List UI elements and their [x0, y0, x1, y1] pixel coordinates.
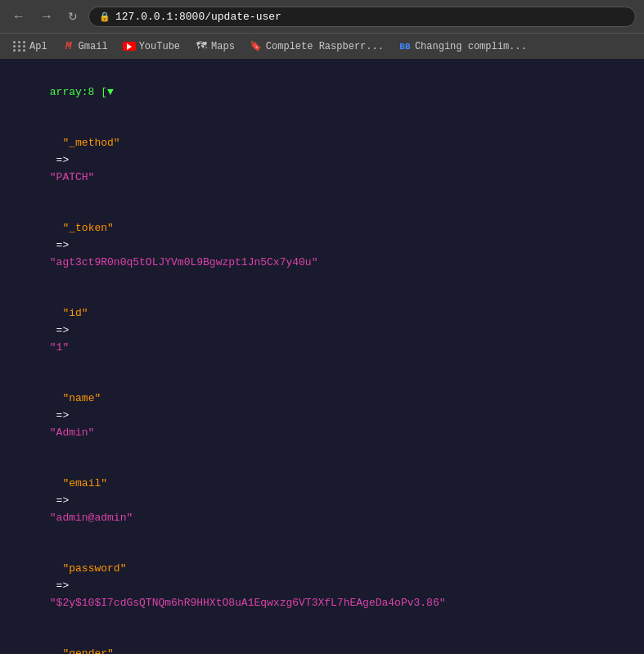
bookmark-icon: 🔖 — [250, 40, 263, 53]
gmail-icon: M — [62, 40, 75, 53]
array-label: array:8 [▼ — [50, 86, 114, 98]
back-button[interactable]: ← — [8, 7, 29, 25]
name-val: "Admin" — [50, 426, 95, 439]
bb-icon: BB — [399, 40, 412, 53]
email-val: "admin@admin" — [50, 512, 133, 524]
reload-button[interactable]: ↻ — [64, 8, 82, 25]
address-bar[interactable]: 🔒 127.0.0.1:8000/update-user — [88, 7, 636, 27]
name-line: "name" => "Admin" — [11, 373, 633, 458]
lock-icon: 🔒 — [99, 11, 110, 22]
method-val: "PATCH" — [50, 171, 95, 183]
bookmark-apl-label: Apl — [29, 41, 47, 52]
bookmark-complim-label: Changing complim... — [415, 41, 527, 52]
bookmark-maps[interactable]: 🗺 Maps — [188, 38, 241, 55]
email-line: "email" => "admin@admin" — [11, 458, 633, 543]
token-key: "_token" — [62, 222, 113, 234]
method-line: "_method" => "PATCH" — [11, 118, 633, 203]
password-val: "$2y$10$I7cdGsQTNQm6hR9HHXtO8uA1Eqwxzg6V… — [50, 597, 446, 609]
url-text: 127.0.0.1:8000/update-user — [115, 11, 281, 23]
gender-line: "gender" => "L" — [11, 629, 633, 654]
bookmark-complim[interactable]: BB Changing complim... — [392, 38, 534, 55]
bookmark-maps-label: Maps — [211, 41, 235, 52]
forward-button[interactable]: → — [36, 7, 57, 25]
password-line: "password" => "$2y$10$I7cdGsQTNQm6hR9HHX… — [11, 543, 633, 629]
gender-key: "gender" — [62, 647, 113, 654]
method-key: "_method" — [62, 137, 119, 149]
id-line: "id" => "1" — [11, 288, 633, 373]
name-key: "name" — [62, 392, 101, 404]
token-line: "_token" => "agt3ct9R0n0q5tOLJYVm0L9Bgwz… — [11, 203, 633, 288]
youtube-icon — [123, 40, 136, 53]
email-key: "email" — [62, 477, 107, 489]
content-area: array:8 [▼ "_method" => "PATCH" "_token"… — [0, 59, 644, 654]
bookmark-youtube[interactable]: YouTube — [116, 38, 187, 55]
bookmarks-bar: Apl M Gmail YouTube 🗺 Maps 🔖 Complete Ra… — [0, 33, 644, 59]
bookmark-gmail[interactable]: M Gmail — [56, 38, 115, 55]
maps-icon: 🗺 — [195, 40, 208, 53]
bookmark-apl[interactable]: Apl — [7, 38, 54, 55]
browser-window: ← → ↻ 🔒 127.0.0.1:8000/update-user Apl M… — [0, 0, 644, 654]
bookmark-gmail-label: Gmail — [79, 41, 108, 52]
browser-toolbar: ← → ↻ 🔒 127.0.0.1:8000/update-user — [0, 0, 644, 33]
array-header-line: array:8 [▼ — [11, 67, 633, 118]
apps-icon — [13, 40, 26, 53]
id-val: "1" — [50, 341, 69, 354]
password-key: "password" — [62, 562, 126, 575]
bookmark-youtube-label: YouTube — [139, 41, 180, 52]
token-val: "agt3ct9R0n0q5tOLJYVm0L9Bgwzpt1Jn5Cx7y40… — [50, 256, 318, 268]
id-key: "id" — [62, 307, 88, 319]
bookmark-raspberry-label: Complete Raspberr... — [266, 41, 384, 52]
bookmark-raspberry[interactable]: 🔖 Complete Raspberr... — [243, 38, 390, 55]
